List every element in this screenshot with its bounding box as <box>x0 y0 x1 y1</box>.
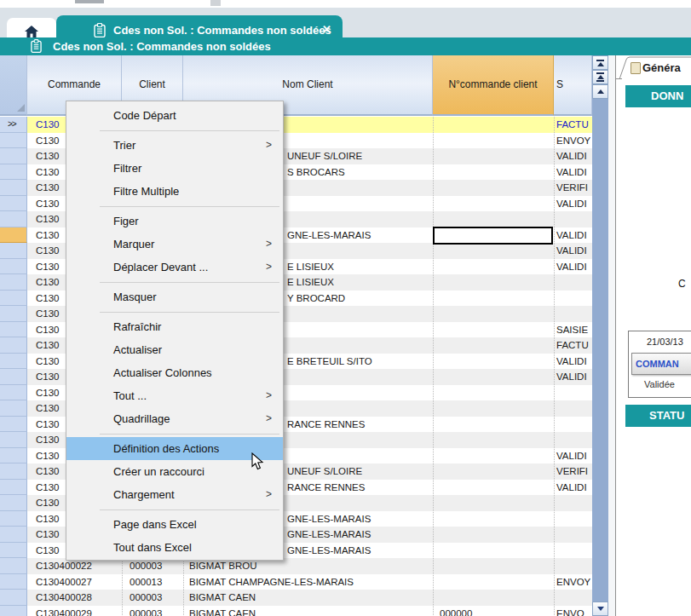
cell-client[interactable]: 000003 <box>122 590 183 606</box>
row-selector-cell[interactable] <box>0 306 27 322</box>
cell-ncommande-client[interactable] <box>433 148 554 164</box>
context-menu-item[interactable]: Quadrillage> <box>66 407 283 430</box>
cell-ncommande-client[interactable] <box>433 337 554 354</box>
cell-nom-client[interactable]: RANCE RENNES <box>287 417 433 433</box>
cell-client[interactable]: 000003 <box>122 606 183 616</box>
cell-statut[interactable] <box>554 527 592 543</box>
context-menu-item[interactable]: Définition des Actions <box>66 437 283 460</box>
cell-nom-client[interactable]: UNEUF S/LOIRE <box>287 463 433 480</box>
cell-ncommande-client[interactable] <box>433 133 554 149</box>
cell-ncommande-client[interactable]: 000000 <box>433 606 554 616</box>
cell-statut[interactable]: VALIDI <box>554 196 592 212</box>
row-selector-cell[interactable] <box>0 527 27 543</box>
cell-nom-client[interactable]: E BRETEUIL S/ITO <box>287 354 433 370</box>
cell-nom-client[interactable]: RANCE RENNES <box>287 480 433 496</box>
row-selector-cell[interactable] <box>0 369 27 385</box>
grid-corner-header[interactable] <box>0 55 27 116</box>
statut-section-header[interactable]: STATU <box>625 405 691 427</box>
row-selector-cell[interactable] <box>0 148 27 164</box>
cell-statut[interactable]: ENVOY <box>554 133 592 149</box>
column-header-ncommande-client[interactable]: N°commande client <box>433 55 554 116</box>
cell-statut[interactable]: VALIDI <box>554 259 592 275</box>
cell-ncommande-client[interactable] <box>433 558 554 574</box>
context-menu-item[interactable]: Tout dans Excel <box>66 536 283 559</box>
row-selector-cell[interactable] <box>0 558 27 574</box>
row-selector-cell[interactable] <box>0 432 27 448</box>
context-menu-item[interactable]: Code Départ <box>66 104 283 127</box>
context-menu-item[interactable]: Marquer> <box>66 233 283 256</box>
context-menu-item[interactable]: Masquer <box>66 285 283 308</box>
context-menu-item[interactable]: Tout ...> <box>66 384 283 407</box>
context-menu-item[interactable]: Chargement> <box>66 483 283 506</box>
cell-commande[interactable]: C130400029 <box>28 606 122 616</box>
row-selector-cell[interactable] <box>0 133 27 149</box>
row-selector-cell[interactable] <box>0 385 27 401</box>
cell-statut[interactable]: VALIDI <box>554 243 592 259</box>
cell-client[interactable]: 000013 <box>122 574 183 590</box>
cell-statut[interactable]: VERIFI <box>554 463 592 480</box>
cell-ncommande-client[interactable] <box>433 511 554 527</box>
cell-ncommande-client[interactable] <box>433 322 554 338</box>
cell-statut[interactable] <box>554 306 592 322</box>
cell-statut[interactable]: ENVO <box>554 606 592 616</box>
row-selector-cell[interactable] <box>0 448 27 464</box>
context-menu-item[interactable]: Déplacer Devant ...> <box>66 256 283 279</box>
cell-statut[interactable] <box>554 274 592 291</box>
row-selector-cell[interactable] <box>0 417 27 433</box>
row-selector-cell[interactable] <box>0 196 27 212</box>
context-menu-item[interactable]: Filtre Multiple <box>66 180 283 203</box>
row-selector-cell[interactable] <box>0 322 27 338</box>
donnees-section-header[interactable]: DONN <box>625 85 691 107</box>
cell-statut[interactable] <box>554 400 592 417</box>
tab-general[interactable]: Généra <box>642 61 681 74</box>
cell-statut[interactable] <box>554 543 592 559</box>
row-selector-cell[interactable] <box>0 590 27 606</box>
scroll-up-button[interactable] <box>592 84 608 99</box>
cell-statut[interactable]: VERIFI <box>554 180 592 196</box>
cell-ncommande-client[interactable] <box>433 574 554 590</box>
context-menu-item[interactable]: Actualiser Colonnes <box>66 361 283 384</box>
cell-statut[interactable] <box>554 291 592 307</box>
scroll-page-up-button[interactable] <box>592 70 608 84</box>
cell-nom-client[interactable]: BIGMAT CAEN <box>183 590 433 606</box>
cell-nom-client[interactable]: GNE-LES-MARAIS <box>287 527 433 543</box>
context-menu-item[interactable]: Actualiser <box>66 338 283 361</box>
cell-ncommande-client[interactable] <box>433 385 554 401</box>
cell-ncommande-client[interactable] <box>433 306 554 322</box>
cell-statut[interactable]: FACTU <box>554 117 592 133</box>
row-selector-cell[interactable] <box>0 400 27 417</box>
cell-nom-client[interactable]: UNEUF S/LOIRE <box>287 148 433 164</box>
row-selector-cell[interactable] <box>0 291 27 307</box>
cell-ncommande-client[interactable] <box>433 417 554 433</box>
row-selector-cell[interactable] <box>0 180 27 196</box>
cell-ncommande-client[interactable] <box>433 196 554 212</box>
context-menu-item[interactable]: Filtrer <box>66 157 283 180</box>
commande-button[interactable]: COMMAN <box>631 353 691 375</box>
row-selector-cell[interactable] <box>0 606 27 616</box>
cell-nom-client[interactable]: E LISIEUX <box>287 259 433 275</box>
row-selector-cell[interactable] <box>0 574 27 590</box>
cell-statut[interactable] <box>554 558 592 574</box>
cell-commande[interactable]: C130400028 <box>28 590 122 606</box>
cell-statut[interactable]: SAISIE <box>554 322 592 338</box>
row-selector-cell[interactable] <box>0 480 27 496</box>
context-menu-item[interactable]: Page dans Excel <box>66 513 283 536</box>
vertical-scrollbar[interactable] <box>592 55 608 616</box>
cell-ncommande-client[interactable] <box>433 590 554 606</box>
cell-ncommande-client[interactable] <box>433 543 554 559</box>
cell-nom-client[interactable]: BIGMAT CAEN <box>183 606 433 616</box>
cell-ncommande-client[interactable] <box>433 164 554 181</box>
context-menu-item[interactable]: Trier> <box>66 134 283 157</box>
context-menu-item[interactable]: Créer un raccourci <box>66 460 283 483</box>
cell-ncommande-client[interactable] <box>433 527 554 543</box>
cell-statut[interactable] <box>554 211 592 227</box>
cell-ncommande-client[interactable] <box>433 495 554 511</box>
cell-ncommande-client[interactable] <box>433 400 554 417</box>
cell-nom-client[interactable]: GNE-LES-MARAIS <box>287 511 433 527</box>
cell-statut[interactable] <box>554 590 592 606</box>
cell-nom-client[interactable]: BIGMAT CHAMPAGNE-LES-MARAIS <box>183 574 433 590</box>
cell-ncommande-client[interactable] <box>433 180 554 196</box>
panel-splitter[interactable] <box>608 55 615 616</box>
cell-statut[interactable]: VALIDI <box>554 354 592 370</box>
cell-statut[interactable]: VALIDI <box>554 448 592 464</box>
